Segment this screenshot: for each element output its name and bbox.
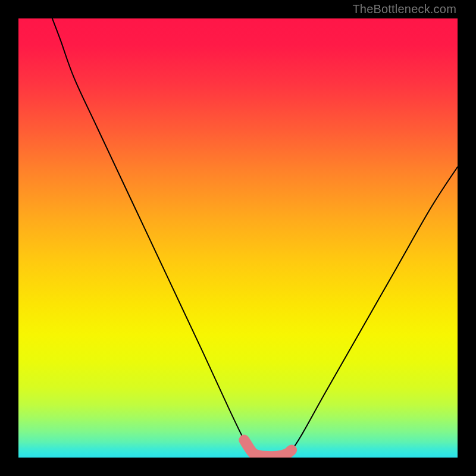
watermark-text: TheBottleneck.com	[352, 2, 456, 16]
chart-svg	[18, 18, 458, 458]
bottleneck-curve	[52, 18, 458, 456]
plot-area	[18, 18, 458, 458]
chart-frame: TheBottleneck.com	[0, 0, 476, 476]
optimal-zone-highlight	[244, 440, 292, 456]
